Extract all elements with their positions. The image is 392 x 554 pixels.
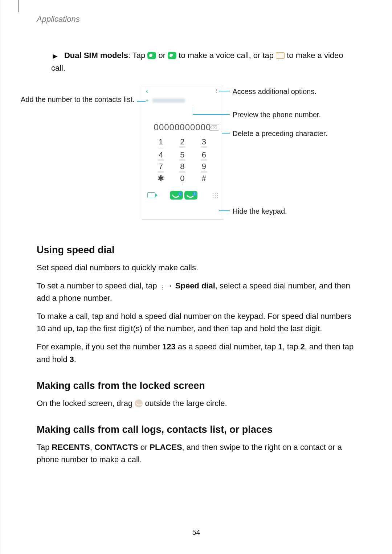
para-logs: Tap RECENTS, CONTACTS or PLACES, and the… [37,441,356,466]
callout-options: Access additional options. [233,86,317,97]
call-sim2-button[interactable]: 2 [184,191,197,200]
callout-delete: Delete a preceding character. [233,128,327,139]
phone-topbar: ‹ ⋮ [142,85,223,96]
para-speed-4: For example, if you set the number 123 a… [37,341,356,365]
call-sim2-icon [168,52,176,59]
key-5[interactable]: 5 [172,151,193,161]
dialer-diagram: ‹ ⋮ + 00000000000 ⌫ 1◡◡ 2 3 4 5 6 7 8 [40,85,352,230]
heading-call-logs: Making calls from call logs, contacts li… [37,424,356,435]
more-options-icon[interactable]: ⋮ [214,88,219,94]
phone-shortcut-icon [135,399,143,407]
key-hash[interactable]: # [193,174,215,186]
dialer-bottom-bar: 1 2 [142,189,223,202]
dual-sim-bold: Dual SIM models [64,51,128,60]
video-call-icon [276,52,285,59]
key-0[interactable]: 0+ [172,174,193,186]
callout-add-contacts: Add the number to the contacts list. [15,94,135,104]
page-number: 54 [0,528,392,537]
phone-mock: ‹ ⋮ + 00000000000 ⌫ 1◡◡ 2 3 4 5 6 7 8 [142,85,223,220]
number-display: 00000000000 ⌫ [142,122,223,132]
key-star[interactable]: ✱ [150,174,172,186]
key-3[interactable]: 3 [193,138,215,149]
manual-page: Applications ► Dual SIM models: Tap or t… [0,0,392,554]
callout-preview: Preview the phone number. [233,110,321,120]
plus-icon: + [146,98,149,103]
dual-sim-line: ► Dual SIM models: Tap or to make a voic… [51,49,356,74]
key-7[interactable]: 7 [150,162,172,172]
heading-locked-screen: Making calls from the locked screen [37,380,356,391]
keypad: 1◡◡ 2 3 4 5 6 7 8 9 ✱ 0+ # [142,132,223,189]
preview-area [142,105,223,122]
add-to-contacts-row[interactable]: + [142,96,223,105]
callout-hide: Hide the keypad. [233,206,287,216]
backspace-icon[interactable]: ⌫ [209,124,219,131]
para-locked: On the locked screen, drag outside the l… [37,397,356,410]
more-options-icon-inline: ⋮ [159,286,163,288]
para-speed-3: To make a call, tap and hold a speed dia… [37,310,356,335]
video-call-button[interactable] [147,192,155,198]
back-icon[interactable]: ‹ [146,87,148,95]
para-speed-1: Set speed dial numbers to quickly make c… [37,262,356,274]
key-4[interactable]: 4 [150,151,172,161]
blurred-label [152,98,185,103]
call-sim1-button[interactable]: 1 [170,191,183,200]
hide-keypad-button[interactable] [212,192,218,198]
key-6[interactable]: 6 [193,151,215,161]
key-8[interactable]: 8 [172,162,193,172]
key-9[interactable]: 9 [193,162,215,172]
list-marker: ► [51,50,59,62]
heading-speed-dial: Using speed dial [37,245,356,256]
call-sim1-icon [147,52,156,59]
para-speed-2: To set a number to speed dial, tap ⋮ → S… [37,280,356,304]
text: to make a voice call, or tap [176,51,276,60]
dialed-number: 00000000000 [154,122,211,132]
text: or [156,51,168,60]
key-2[interactable]: 2 [172,138,193,149]
key-1[interactable]: 1◡◡ [150,138,172,149]
section-header: Applications [37,15,356,24]
text: : Tap [128,51,147,60]
